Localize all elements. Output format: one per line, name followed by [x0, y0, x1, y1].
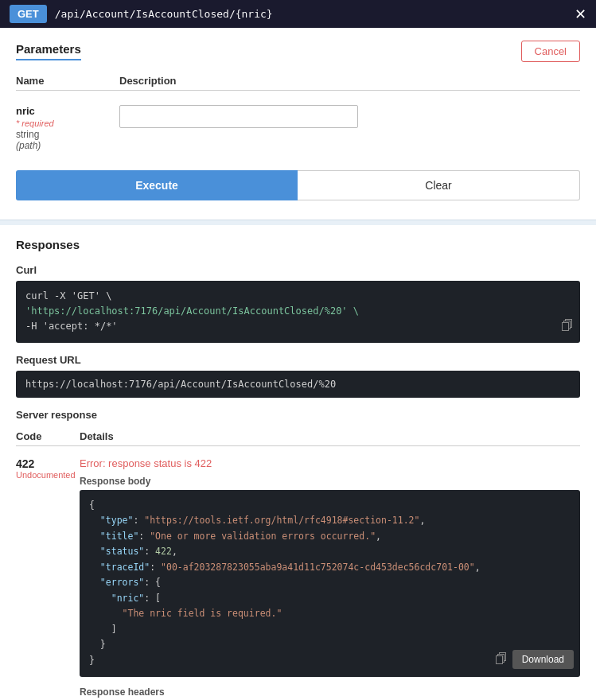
- responses-title: Responses: [16, 238, 580, 251]
- param-type: string: [16, 129, 119, 140]
- endpoint-path: /api/Account/IsAccountClosed/{nric}: [55, 8, 273, 20]
- json-close-brace: }: [89, 655, 95, 666]
- curl-line2: 'https://localhost:7176/api/Account/IsAc…: [25, 305, 359, 317]
- curl-copy-icon[interactable]: 🗍: [561, 316, 574, 336]
- download-button[interactable]: Download: [512, 650, 574, 669]
- col-code-header: Code: [16, 430, 80, 442]
- curl-line3: -H 'accept: */*': [25, 321, 118, 332]
- curl-block: Curl curl -X 'GET' \ 'https://localhost:…: [16, 264, 580, 343]
- collapse-icon[interactable]: ✕: [575, 6, 586, 23]
- json-title-key: "title": "One or more validation errors …: [89, 531, 381, 542]
- param-required-label: * required: [16, 119, 54, 128]
- responses-section: Responses Curl curl -X 'GET' \ 'https://…: [0, 225, 596, 700]
- response-row-422: 422 Undocumented Error: response status …: [16, 453, 580, 700]
- json-traceid-key: "traceId": "00-af203287823055aba9a41d11c…: [89, 562, 481, 573]
- curl-code-block: curl -X 'GET' \ 'https://localhost:7176/…: [16, 281, 580, 343]
- json-type-key: "type": "https://tools.ietf.org/html/rfc…: [89, 515, 425, 526]
- clear-button[interactable]: Clear: [298, 170, 580, 200]
- json-nric-close: ]: [89, 624, 117, 635]
- header-bar: GET /api/Account/IsAccountClosed/{nric} …: [0, 0, 596, 28]
- method-badge: GET: [10, 5, 47, 23]
- request-url-label: Request URL: [16, 354, 580, 366]
- response-details-block: Error: response status is 422 Response b…: [80, 457, 580, 700]
- parameters-title: Parameters: [16, 42, 81, 60]
- parameters-table: Name Description nric * required string …: [16, 72, 580, 158]
- error-message: Error: response status is 422: [80, 457, 580, 469]
- params-header-row: Name Description: [16, 72, 580, 91]
- cancel-button[interactable]: Cancel: [521, 41, 580, 62]
- server-response-label: Server response: [16, 409, 580, 421]
- json-open-brace: {: [89, 500, 95, 511]
- request-url-value: https://localhost:7176/api/Account/IsAcc…: [16, 371, 580, 398]
- nric-input[interactable]: [119, 105, 358, 128]
- json-errors-key: "errors": {: [89, 577, 161, 588]
- action-buttons: Execute Clear: [16, 170, 580, 200]
- response-code-desc: Undocumented: [16, 470, 80, 480]
- param-name: nric: [16, 105, 119, 117]
- json-nric-key: "nric": [: [89, 593, 161, 604]
- param-input-block: [119, 105, 580, 128]
- response-body-code: { "type": "https://tools.ietf.org/html/r…: [80, 490, 580, 677]
- response-body-label: Response body: [80, 476, 580, 487]
- response-table-header: Code Details: [16, 427, 580, 446]
- request-url-block: Request URL https://localhost:7176/api/A…: [16, 354, 580, 398]
- execute-button[interactable]: Execute: [16, 170, 298, 200]
- json-nric-value: "The nric field is required.": [89, 608, 282, 619]
- col-description-header: Description: [119, 75, 580, 87]
- response-headers-label: Response headers: [80, 686, 580, 698]
- header-left: GET /api/Account/IsAccountClosed/{nric}: [10, 5, 273, 23]
- json-errors-close: }: [89, 639, 106, 650]
- response-code-block: 422 Undocumented: [16, 457, 80, 480]
- param-name-block: nric * required string (path): [16, 105, 119, 151]
- response-code-value: 422: [16, 457, 80, 470]
- parameters-header: Parameters Cancel: [16, 41, 580, 62]
- col-name-header: Name: [16, 75, 119, 87]
- curl-line1: curl -X 'GET' \: [25, 290, 111, 301]
- param-location: (path): [16, 140, 119, 151]
- response-copy-icon[interactable]: 🗍: [495, 648, 508, 670]
- parameters-panel: Parameters Cancel Name Description nric …: [0, 28, 596, 220]
- col-details-header: Details: [80, 430, 580, 442]
- param-row-nric: nric * required string (path): [16, 99, 580, 158]
- response-body-actions: 🗍 Download: [495, 648, 574, 670]
- curl-label: Curl: [16, 264, 580, 276]
- server-response-block: Server response Code Details 422 Undocum…: [16, 409, 580, 700]
- json-status-key: "status": 422,: [89, 546, 177, 557]
